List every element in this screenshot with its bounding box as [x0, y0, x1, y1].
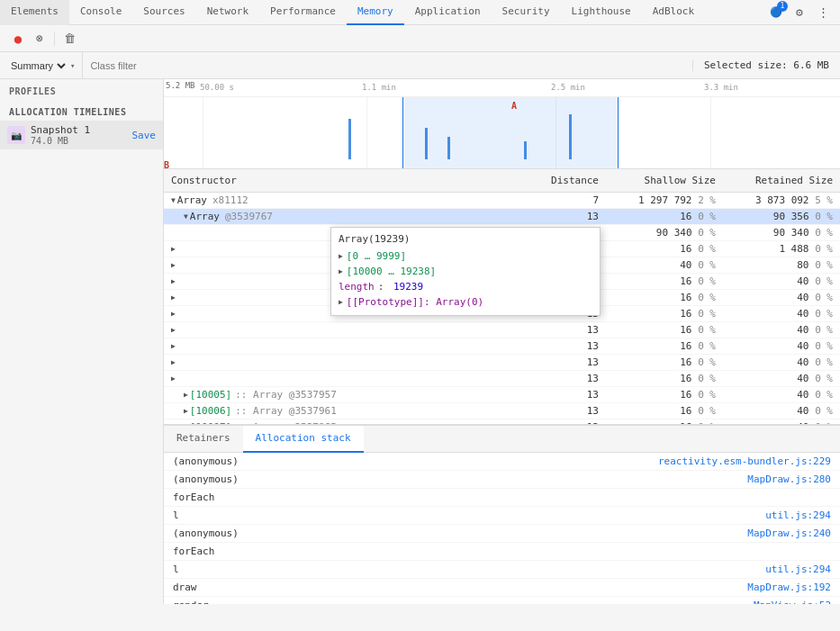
stack-row: draw MapDraw.js:192 [164, 579, 840, 597]
popup-colon: : [378, 281, 390, 293]
settings-icon[interactable]: ⚙ [790, 3, 809, 23]
table-row[interactable]: ▼ Array x81112 7 1 297 792 2 % 3 873 092… [164, 193, 840, 209]
expand-icon[interactable]: ▶ [171, 358, 176, 366]
expand-icon[interactable]: ▶ [184, 423, 188, 424]
tab-retainers[interactable]: Retainers [164, 426, 243, 453]
cell-constructor: ▶ [10007] :: Array @3537965 [164, 421, 525, 424]
expand-icon[interactable]: ▶ [171, 342, 176, 350]
table-row[interactable]: ▶ 13 16 0 % 40 0 % [164, 322, 840, 338]
expand-icon[interactable]: ▶ [171, 326, 176, 334]
table-row[interactable]: ▶ 13 16 0 % 40 0 % [164, 338, 840, 355]
popup-item[interactable]: ▶ [[Prototype]]: Array(0) [339, 294, 592, 310]
tab-allocation-stack[interactable]: Allocation stack [243, 426, 364, 453]
popup-panel: Array(19239) ▶ [0 … 9999] ▶ [10000 … 192… [330, 227, 601, 316]
cell-distance: 13 [525, 389, 606, 401]
timeline-area[interactable]: 5.2 MB B 50.00 s 1.1 min 2.5 min 3.3 min [164, 79, 840, 169]
stack-file-link[interactable]: MapView.js:52 [754, 599, 831, 604]
view-select[interactable]: Summary [7, 59, 68, 72]
table-row[interactable]: ▶ 13 16 0 % 40 0 % [164, 355, 840, 371]
dropdown-arrow-icon: ▾ [70, 61, 75, 70]
annotation-a-label: A [511, 101, 517, 111]
stop-button[interactable]: ⊗ [29, 28, 50, 50]
popup-range-1: [10000 … 19238] [347, 266, 436, 277]
expand-icon[interactable]: ▶ [171, 277, 176, 285]
stack-function-name: (anonymous) [173, 527, 239, 539]
tab-elements[interactable]: Elements [0, 0, 69, 25]
expand-icon[interactable]: ▶ [171, 374, 176, 383]
cell-constructor: ▼ Array @3539767 [164, 211, 525, 222]
nav-icons: 🔵1 ⚙ ⋮ [759, 3, 840, 23]
expand-icon[interactable]: ▶ [171, 261, 176, 269]
timeline-selection[interactable]: A [402, 97, 619, 168]
table-row[interactable]: ▶ [10005] :: Array @3537957 13 16 0 % 40… [164, 387, 840, 403]
expand-icon[interactable]: ▶ [184, 407, 188, 415]
tab-application[interactable]: Application [404, 0, 492, 25]
timeline-bar-1 [348, 119, 351, 159]
stack-row: render MapView.js:52 [164, 597, 840, 604]
property-index: [10005] [190, 389, 231, 401]
save-button[interactable]: Save [132, 130, 157, 141]
expand-icon[interactable]: ▶ [339, 252, 343, 260]
cell-distance: 13 [525, 324, 606, 336]
tab-performance[interactable]: Performance [259, 0, 347, 25]
expand-icon[interactable]: ▶ [339, 267, 343, 275]
popup-item[interactable]: ▶ [10000 … 19238] [339, 264, 592, 279]
expand-icon[interactable]: ▶ [339, 298, 343, 306]
tab-sources[interactable]: Sources [132, 0, 195, 25]
bottom-panel: Retainers Allocation stack (anonymous) r… [164, 424, 840, 604]
badge-icon: 🔵1 [766, 3, 786, 23]
expand-icon[interactable]: ▶ [184, 391, 188, 399]
expand-icon[interactable]: ▼ [184, 212, 188, 221]
cell-distance: 13 [525, 356, 606, 368]
snapshot-item[interactable]: 📷 Snapshot 1 74.0 MB Save [0, 121, 163, 149]
tab-console[interactable]: Console [69, 0, 132, 25]
table-row[interactable]: ▼ Array @3539767 13 16 0 % 90 356 0 % [164, 209, 840, 225]
stack-function-name: forEach [173, 545, 214, 557]
tab-adblock[interactable]: AdBlock [642, 0, 705, 25]
constructor-id: @3539767 [225, 211, 273, 222]
devtools-nav: Elements Console Sources Network Perform… [0, 0, 840, 25]
cell-shallow: 16 0 % [606, 373, 723, 384]
table-row[interactable]: ▶ [10006] :: Array @3537961 13 16 0 % 40… [164, 403, 840, 419]
cell-retained: 40 0 % [723, 373, 840, 384]
cell-retained: 40 0 % [723, 292, 840, 303]
cell-retained: 40 0 % [723, 405, 840, 417]
stack-file-link[interactable]: reactivity.esm-bundler.js:229 [658, 455, 831, 467]
expand-icon[interactable]: ▼ [171, 196, 176, 204]
stack-function-name: render [173, 599, 209, 604]
popup-item: length : 19239 [339, 279, 592, 294]
tab-lighthouse[interactable]: Lighthouse [561, 0, 642, 25]
table-row[interactable]: ▶ 13 16 0 % 40 0 % [164, 371, 840, 387]
content-area: 5.2 MB B 50.00 s 1.1 min 2.5 min 3.3 min [164, 79, 840, 604]
sidebar: Profiles ALLOCATION TIMELINES 📷 Snapshot… [0, 79, 164, 604]
timeline-ruler: 50.00 s 1.1 min 2.5 min 3.3 min [164, 79, 840, 97]
stack-function-name: l [173, 509, 179, 521]
expand-icon[interactable]: ▶ [171, 245, 176, 253]
tab-security[interactable]: Security [492, 0, 561, 25]
tab-network[interactable]: Network [196, 0, 259, 25]
expand-icon[interactable]: ▶ [171, 293, 176, 302]
stack-file-link[interactable]: util.js:294 [765, 509, 831, 521]
stack-file-link[interactable]: MapDraw.js:240 [747, 527, 831, 539]
cell-retained: 40 0 % [723, 308, 840, 320]
stack-file-link[interactable]: MapDraw.js:192 [747, 581, 831, 593]
stack-file-link[interactable]: MapDraw.js:280 [747, 473, 831, 485]
cell-constructor: ▶ [164, 342, 525, 350]
cell-retained: 40 0 % [723, 421, 840, 424]
more-icon[interactable]: ⋮ [813, 3, 833, 23]
cell-distance: 13 [525, 421, 606, 424]
cell-distance: 13 [525, 211, 606, 222]
clear-button[interactable]: 🗑 [59, 28, 80, 50]
cell-shallow: 16 0 % [606, 308, 723, 320]
popup-item[interactable]: ▶ [0 … 9999] [339, 248, 592, 264]
tab-memory[interactable]: Memory [347, 0, 404, 25]
header-constructor: Constructor [164, 175, 525, 186]
record-button[interactable]: ● [7, 28, 29, 50]
header-shallow-size: Shallow Size [606, 175, 723, 186]
cell-shallow: 16 0 % [606, 275, 723, 287]
table-row[interactable]: ▶ [10007] :: Array @3537965 13 16 0 % 40… [164, 419, 840, 424]
class-filter-input[interactable] [83, 60, 693, 71]
expand-icon[interactable]: ▶ [171, 310, 176, 318]
stack-file-link[interactable]: util.js:294 [765, 563, 831, 575]
stack-row: forEach [164, 543, 840, 561]
